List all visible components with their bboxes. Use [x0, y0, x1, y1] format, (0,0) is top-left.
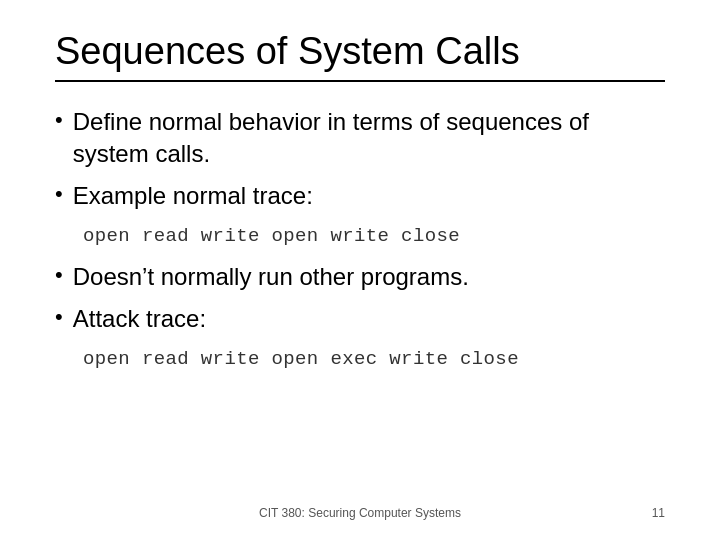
footer-page: 11	[652, 506, 665, 520]
title-area: Sequences of System Calls	[55, 30, 665, 98]
footer-course: CIT 380: Securing Computer Systems	[259, 506, 461, 520]
bullet-item-1: • Define normal behavior in terms of seq…	[55, 106, 665, 171]
bullet-text-1: Define normal behavior in terms of seque…	[73, 106, 665, 171]
slide: Sequences of System Calls • Define norma…	[0, 0, 720, 540]
code-attack: open read write open exec write close	[83, 348, 665, 370]
content-area: • Define normal behavior in terms of seq…	[55, 106, 665, 496]
bullet-text-2: Example normal trace:	[73, 180, 313, 212]
title-divider	[55, 80, 665, 82]
bullet-item-4: • Attack trace:	[55, 303, 665, 335]
bullet-item-2: • Example normal trace:	[55, 180, 665, 212]
bullet-text-4: Attack trace:	[73, 303, 206, 335]
bullet-symbol-3: •	[55, 262, 63, 288]
bullet-symbol-1: •	[55, 107, 63, 133]
code-normal: open read write open write close	[83, 225, 665, 247]
bullet-symbol-2: •	[55, 181, 63, 207]
bullet-text-3: Doesn’t normally run other programs.	[73, 261, 469, 293]
bullet-symbol-4: •	[55, 304, 63, 330]
slide-title: Sequences of System Calls	[55, 30, 665, 74]
footer: CIT 380: Securing Computer Systems 11	[55, 496, 665, 520]
bullet-item-3: • Doesn’t normally run other programs.	[55, 261, 665, 293]
